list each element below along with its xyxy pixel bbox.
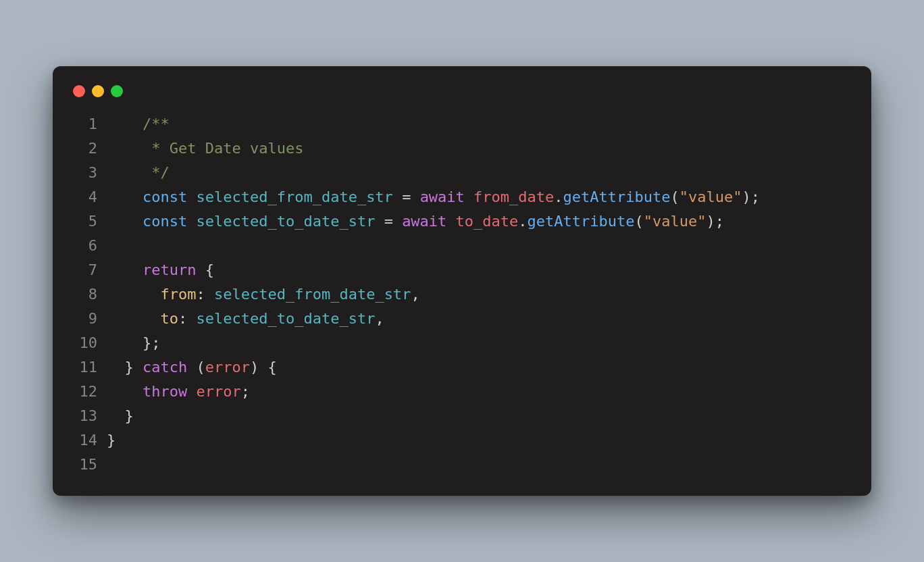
token-punct: ( xyxy=(635,213,644,230)
line-content: * Get Date values xyxy=(107,136,852,161)
code-line: 11 } catch (error) { xyxy=(72,355,852,380)
token-kw: return xyxy=(143,261,196,278)
line-number: 7 xyxy=(72,258,107,282)
token-punct: }; xyxy=(143,334,161,351)
token-punct xyxy=(187,383,196,400)
line-number: 10 xyxy=(72,331,107,355)
line-number: 13 xyxy=(72,404,107,428)
token-ident: to_date xyxy=(456,213,519,230)
line-content: } xyxy=(107,428,852,453)
token-decl: selected_to_date_str xyxy=(196,213,375,230)
code-line: 4 const selected_from_date_str = await f… xyxy=(72,185,852,209)
token-punct xyxy=(411,188,419,205)
line-number: 9 xyxy=(72,307,107,331)
token-punct xyxy=(187,188,196,205)
line-content: to: selected_to_date_str, xyxy=(107,307,852,331)
code-line: 15 xyxy=(72,453,852,477)
token-punct xyxy=(187,213,196,230)
token-constkw: const xyxy=(143,188,187,205)
token-str: "value" xyxy=(644,213,707,230)
token-comment: */ xyxy=(143,164,170,181)
code-line: 3 */ xyxy=(72,161,852,185)
code-line: 13 } xyxy=(72,404,852,428)
token-punct: = xyxy=(384,213,393,230)
line-content: /** xyxy=(107,112,852,136)
line-content xyxy=(107,234,852,258)
code-line: 1 /** xyxy=(72,112,852,136)
token-punct: } xyxy=(125,359,143,376)
token-punct xyxy=(393,188,402,205)
token-decl: selected_from_date_str xyxy=(196,188,392,205)
token-decl: selected_to_date_str xyxy=(196,310,375,327)
minimize-icon[interactable] xyxy=(92,85,104,97)
token-punct: ( xyxy=(671,188,679,205)
line-number: 5 xyxy=(72,209,107,234)
token-comment: /** xyxy=(143,116,170,132)
code-line: 7 return { xyxy=(72,258,852,282)
line-content: throw error; xyxy=(107,380,852,404)
line-content: */ xyxy=(107,161,852,185)
token-punct: } xyxy=(107,432,116,449)
close-icon[interactable] xyxy=(73,85,85,97)
line-content: }; xyxy=(107,331,852,355)
token-attr: from xyxy=(160,286,196,303)
token-punct xyxy=(375,213,384,230)
token-kw: await xyxy=(402,213,446,230)
code-line: 2 * Get Date values xyxy=(72,136,852,161)
line-content: const selected_from_date_str = await fro… xyxy=(107,185,852,209)
window-titlebar xyxy=(72,82,852,112)
token-punct: ); xyxy=(707,213,725,230)
line-number: 15 xyxy=(72,453,107,477)
line-content: } catch (error) { xyxy=(107,355,852,380)
token-punct: ) { xyxy=(250,359,277,376)
token-punct: . xyxy=(518,213,527,230)
code-line: 14} xyxy=(72,428,852,453)
token-punct xyxy=(446,213,455,230)
token-comment: * Get Date values xyxy=(143,140,303,157)
line-number: 2 xyxy=(72,136,107,161)
token-punct: , xyxy=(375,310,384,327)
token-punct: = xyxy=(402,188,411,205)
line-content: return { xyxy=(107,258,852,282)
token-punct: . xyxy=(554,188,563,205)
token-punct xyxy=(465,188,473,205)
code-line: 12 throw error; xyxy=(72,380,852,404)
token-punct: { xyxy=(196,261,214,278)
token-attr: to xyxy=(160,310,178,327)
line-content: } xyxy=(107,404,852,428)
token-punct: : xyxy=(178,310,197,327)
token-punct xyxy=(393,213,402,230)
zoom-icon[interactable] xyxy=(111,85,123,97)
code-line: 5 const selected_to_date_str = await to_… xyxy=(72,209,852,234)
token-punct: : xyxy=(196,286,214,303)
token-ident: from_date xyxy=(473,188,554,205)
token-punct: , xyxy=(411,286,419,303)
line-number: 8 xyxy=(72,282,107,307)
token-punct: ( xyxy=(187,359,205,376)
code-line: 9 to: selected_to_date_str, xyxy=(72,307,852,331)
line-content: from: selected_from_date_str, xyxy=(107,282,852,307)
code-window: 1 /**2 * Get Date values3 */4 const sele… xyxy=(53,66,871,496)
line-number: 4 xyxy=(72,185,107,209)
code-line: 8 from: selected_from_date_str, xyxy=(72,282,852,307)
token-str: "value" xyxy=(679,188,742,205)
line-number: 14 xyxy=(72,428,107,453)
line-number: 6 xyxy=(72,234,107,258)
line-number: 1 xyxy=(72,112,107,136)
line-number: 12 xyxy=(72,380,107,404)
token-ident: error xyxy=(205,359,250,376)
line-number: 11 xyxy=(72,355,107,380)
token-kw: throw xyxy=(143,383,187,400)
code-editor[interactable]: 1 /**2 * Get Date values3 */4 const sele… xyxy=(72,112,852,477)
token-decl: selected_from_date_str xyxy=(214,286,411,303)
line-content: const selected_to_date_str = await to_da… xyxy=(107,209,852,234)
token-punct: ; xyxy=(241,383,250,400)
line-number: 3 xyxy=(72,161,107,185)
code-line: 6 xyxy=(72,234,852,258)
token-kw: catch xyxy=(143,359,187,376)
code-line: 10 }; xyxy=(72,331,852,355)
token-punct: ); xyxy=(742,188,761,205)
line-content xyxy=(107,453,852,477)
token-fn: getAttribute xyxy=(528,213,635,230)
token-ident: error xyxy=(196,383,240,400)
